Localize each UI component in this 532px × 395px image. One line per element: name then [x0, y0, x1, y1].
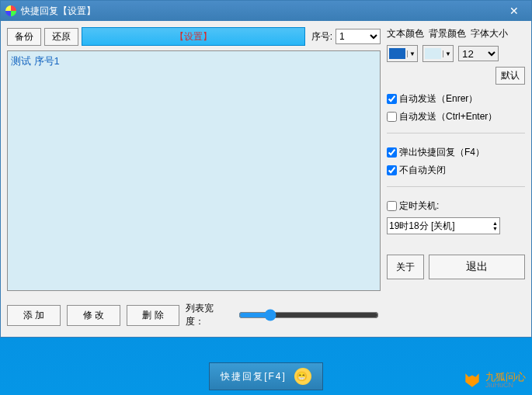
- default-button[interactable]: 默认: [495, 67, 525, 85]
- time-spinner[interactable]: ▲▼: [492, 220, 498, 231]
- font-size-label: 字体大小: [471, 27, 508, 40]
- text-color-swatch: [389, 48, 405, 59]
- list-width-label: 列表宽度：: [186, 302, 230, 328]
- top-toolbar: 备份 还原 【设置】 序号: 1: [7, 27, 381, 46]
- bg-color-swatch: [425, 48, 441, 59]
- auto-send-ctrl-checkbox[interactable]: 自动发送（Ctrl+Enter）: [387, 110, 525, 123]
- bg-color-picker[interactable]: [422, 45, 454, 62]
- font-size-select[interactable]: 12: [458, 46, 499, 61]
- sequence-select[interactable]: 1: [336, 29, 381, 44]
- titlebar: 快捷回复【设置】 ✕: [1, 1, 531, 21]
- right-panel: 文本颜色 背景颜色 字体大小 12 默认 自动发送（Enrer） 自动发送（Ct…: [387, 27, 525, 328]
- bottom-actions: 添 加 修 改 删 除 列表宽度：: [7, 302, 381, 328]
- popup-f4-checkbox[interactable]: 弹出快捷回复（F4）: [387, 146, 525, 159]
- style-pickers: 12: [387, 45, 525, 62]
- fox-icon: [462, 370, 482, 390]
- style-labels: 文本颜色 背景颜色 字体大小: [387, 27, 525, 40]
- dialog-window: 快捷回复【设置】 ✕ 备份 还原 【设置】 序号: 1 测试 序号1 添 加 修…: [0, 0, 532, 338]
- close-icon[interactable]: ✕: [502, 3, 527, 19]
- list-width-slider[interactable]: [238, 309, 379, 321]
- taskbar-button[interactable]: 快捷回复[F4] 😁: [209, 362, 323, 390]
- brand-logo: 九狐问心 JiuHuCN: [462, 370, 526, 390]
- separator: [387, 186, 525, 187]
- timed-shutdown-checkbox[interactable]: 定时关机:: [387, 199, 525, 213]
- shutdown-time-field[interactable]: 19时18分 [关机] ▲▼: [387, 217, 500, 234]
- app-icon: [5, 5, 16, 16]
- sequence-label: 序号:: [311, 30, 332, 43]
- editor-textarea[interactable]: 测试 序号1: [7, 50, 381, 291]
- dialog-body: 备份 还原 【设置】 序号: 1 测试 序号1 添 加 修 改 删 除 列表宽度…: [1, 21, 531, 334]
- separator: [387, 133, 525, 133]
- backup-button[interactable]: 备份: [7, 28, 41, 46]
- exit-button[interactable]: 退出: [429, 255, 525, 279]
- checkbox-group-2: 弹出快捷回复（F4） 不自动关闭: [387, 146, 525, 177]
- spin-up-icon: ▲: [492, 220, 498, 226]
- smiley-icon: 😁: [294, 368, 311, 385]
- no-auto-close-checkbox[interactable]: 不自动关闭: [387, 164, 525, 177]
- brand-sub: JiuHuCN: [485, 382, 526, 389]
- spin-down-icon: ▼: [492, 226, 498, 231]
- restore-button[interactable]: 还原: [44, 28, 78, 46]
- text-color-label: 文本颜色: [387, 27, 424, 40]
- text-color-picker[interactable]: [387, 45, 418, 62]
- settings-button[interactable]: 【设置】: [82, 27, 305, 46]
- about-button[interactable]: 关于: [387, 255, 424, 279]
- edit-button[interactable]: 修 改: [67, 305, 120, 326]
- add-button[interactable]: 添 加: [7, 305, 61, 326]
- bg-color-label: 背景颜色: [429, 27, 466, 40]
- window-title: 快捷回复【设置】: [21, 5, 502, 18]
- checkbox-group-1: 自动发送（Enrer） 自动发送（Ctrl+Enter）: [387, 92, 525, 123]
- delete-button[interactable]: 删 除: [127, 305, 180, 326]
- auto-send-enter-checkbox[interactable]: 自动发送（Enrer）: [387, 92, 525, 106]
- left-panel: 备份 还原 【设置】 序号: 1 测试 序号1 添 加 修 改 删 除 列表宽度…: [7, 27, 381, 328]
- taskbar: 快捷回复[F4] 😁: [0, 358, 532, 395]
- checkbox-group-3: 定时关机: 19时18分 [关机] ▲▼: [387, 199, 525, 234]
- exit-row: 关于 退出: [387, 255, 525, 279]
